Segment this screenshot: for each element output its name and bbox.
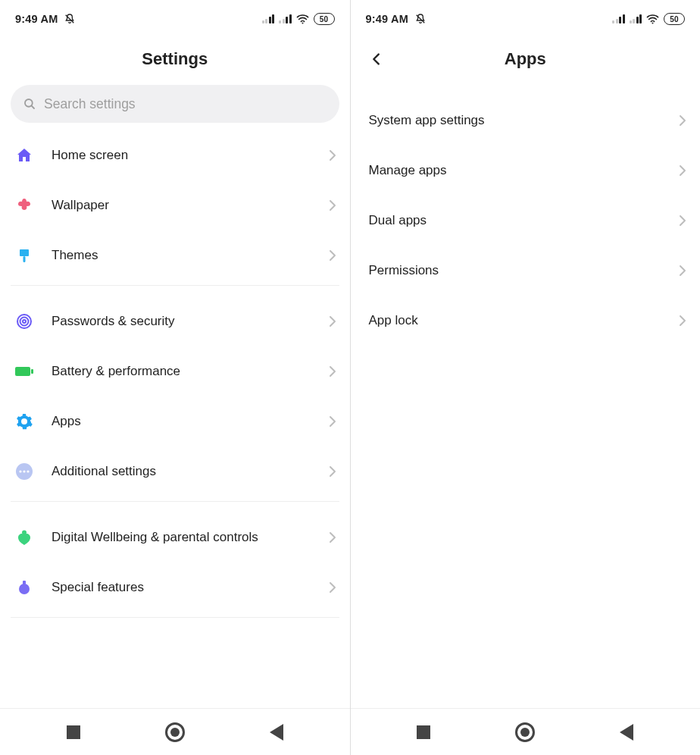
- nav-recents-button[interactable]: [51, 716, 96, 749]
- svg-rect-10: [31, 369, 33, 374]
- settings-list: Home screenWallpaperThemesPasswords & se…: [0, 130, 350, 708]
- battery-indicator: 50: [664, 13, 685, 25]
- svg-rect-4: [20, 249, 29, 256]
- chevron-right-icon: [329, 415, 336, 428]
- settings-item-special[interactable]: Special features: [11, 562, 339, 612]
- circle-icon: [165, 722, 185, 742]
- settings-item-label: Themes: [52, 247, 312, 263]
- search-field[interactable]: [11, 85, 339, 123]
- svg-line-3: [31, 105, 34, 108]
- settings-item-label: Passwords & security: [52, 313, 312, 329]
- wifi-icon: [646, 14, 659, 24]
- status-bar: 9:49 AM: [0, 0, 350, 38]
- apps-item-label: Manage apps: [369, 163, 447, 178]
- apps-item-label: App lock: [369, 313, 418, 328]
- wifi-icon: [296, 14, 309, 24]
- settings-item-label: Home screen: [52, 147, 312, 163]
- mute-icon: [414, 13, 427, 25]
- svg-rect-17: [23, 581, 26, 584]
- signal-sim1-icon: [262, 14, 275, 23]
- title-row: Apps: [351, 38, 701, 80]
- settings-item-label: Additional settings: [52, 463, 312, 479]
- back-button[interactable]: [361, 44, 392, 74]
- chevron-right-icon: [679, 114, 686, 127]
- svg-point-7: [20, 318, 29, 326]
- brush-icon: [14, 245, 35, 266]
- svg-point-12: [19, 470, 21, 472]
- apps-item-dual-apps[interactable]: Dual apps: [351, 196, 701, 246]
- chevron-right-icon: [329, 149, 336, 161]
- chevron-right-icon: [329, 315, 336, 327]
- split-view: 9:49 AM: [0, 0, 700, 755]
- settings-item-themes[interactable]: Themes: [11, 230, 339, 280]
- nav-bar: [0, 708, 350, 755]
- page-title: Apps: [505, 49, 546, 69]
- nav-recents-button[interactable]: [401, 716, 446, 749]
- triangle-icon: [270, 724, 283, 741]
- gear-icon: [14, 411, 35, 432]
- signal-sim1-icon: [612, 14, 625, 23]
- nav-bar: [351, 708, 701, 755]
- square-icon: [67, 725, 80, 739]
- fingerprint-icon: [14, 311, 35, 332]
- settings-item-battery[interactable]: Battery & performance: [11, 346, 339, 396]
- battery-icon: [14, 361, 35, 382]
- apps-item-permissions[interactable]: Permissions: [351, 246, 701, 296]
- group-separator: [11, 501, 339, 502]
- page-title: Settings: [142, 49, 208, 69]
- svg-point-14: [27, 470, 29, 472]
- wellbeing-icon: [14, 527, 35, 548]
- chevron-right-icon: [329, 465, 336, 478]
- group-separator: [11, 617, 339, 618]
- dots-icon: [14, 461, 35, 482]
- apps-screen: 9:49 AM: [351, 0, 701, 755]
- settings-item-apps[interactable]: Apps: [11, 396, 339, 446]
- nav-home-button[interactable]: [502, 716, 548, 749]
- apps-item-label: System app settings: [369, 113, 485, 128]
- settings-item-additional[interactable]: Additional settings: [11, 446, 339, 497]
- circle-icon: [515, 722, 535, 742]
- mute-icon: [64, 13, 76, 25]
- apps-item-manage-apps[interactable]: Manage apps: [351, 146, 701, 196]
- chevron-right-icon: [329, 199, 336, 211]
- chevron-right-icon: [679, 265, 686, 277]
- settings-item-home-screen[interactable]: Home screen: [11, 130, 339, 180]
- flower-icon: [14, 195, 35, 216]
- chevron-right-icon: [329, 581, 336, 594]
- svg-point-19: [652, 22, 654, 23]
- search-icon: [23, 97, 36, 111]
- settings-item-wellbeing[interactable]: Digital Wellbeing & parental controls: [11, 512, 339, 562]
- signal-sim2-icon: [279, 14, 292, 23]
- chevron-left-icon: [368, 51, 385, 67]
- apps-item-system-app-settings[interactable]: System app settings: [351, 96, 701, 146]
- nav-back-button[interactable]: [254, 716, 299, 749]
- signal-sim2-icon: [630, 14, 642, 23]
- settings-item-passwords[interactable]: Passwords & security: [11, 296, 339, 346]
- settings-item-wallpaper[interactable]: Wallpaper: [11, 180, 339, 230]
- nav-back-button[interactable]: [604, 716, 649, 749]
- chevron-right-icon: [329, 531, 336, 544]
- home-icon: [14, 145, 35, 166]
- settings-item-label: Wallpaper: [52, 197, 312, 213]
- status-time: 9:49 AM: [15, 13, 58, 25]
- apps-item-app-lock[interactable]: App lock: [351, 296, 701, 346]
- battery-indicator: 50: [314, 13, 335, 25]
- svg-point-16: [19, 584, 30, 594]
- svg-point-8: [23, 320, 26, 323]
- group-separator: [11, 285, 339, 286]
- flask-icon: [14, 577, 35, 598]
- search-input[interactable]: [44, 96, 327, 112]
- svg-rect-5: [23, 256, 26, 262]
- chevron-right-icon: [679, 215, 686, 227]
- title-row: Settings: [0, 38, 350, 80]
- settings-screen: 9:49 AM: [0, 0, 350, 755]
- triangle-icon: [620, 724, 633, 741]
- settings-item-label: Special features: [52, 579, 312, 595]
- settings-item-label: Battery & performance: [52, 363, 312, 379]
- chevron-right-icon: [679, 164, 686, 177]
- apps-item-label: Permissions: [369, 263, 439, 278]
- apps-item-label: Dual apps: [369, 213, 427, 228]
- nav-home-button[interactable]: [152, 716, 198, 749]
- status-bar: 9:49 AM: [351, 0, 701, 38]
- square-icon: [417, 725, 430, 739]
